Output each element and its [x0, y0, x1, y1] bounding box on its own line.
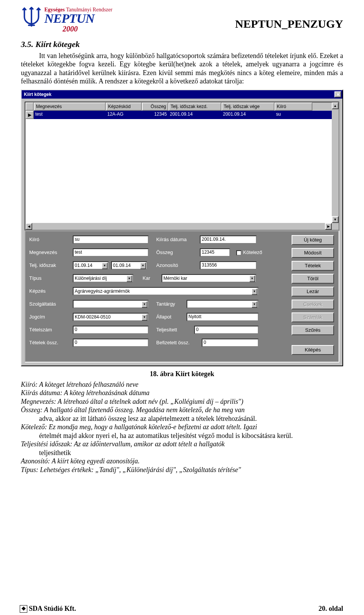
chevron-down-icon[interactable]: ▼: [251, 301, 257, 308]
col-kiiro[interactable]: Kiíró: [275, 102, 312, 111]
lbl-azonosito: Azonosító: [156, 262, 200, 268]
lezar-button[interactable]: Lezár: [292, 287, 334, 297]
col-kepzeskod[interactable]: Képzéskód: [106, 102, 142, 111]
field-szolgaltatas[interactable]: ▼: [73, 300, 149, 308]
data-grid[interactable]: Megnevezés Képzéskód Összeg Telj. idősza…: [25, 102, 339, 231]
tetelek-button[interactable]: Tételek: [292, 261, 334, 271]
def-azonosito: Azonosító: A kiírt köteg egyedi azonosít…: [21, 457, 343, 466]
figure-caption: 18. ábra Kiírt kötegek: [21, 370, 343, 378]
scroll-up-icon[interactable]: ▲: [332, 102, 339, 109]
cell-telj-kezd: 2001.09.14: [168, 111, 221, 119]
vertical-scrollbar[interactable]: ▲ ▼: [332, 102, 339, 223]
lbl-kiiras-datuma: Kiírás dátuma: [156, 237, 200, 242]
lbl-telj-idoszak: Telj. időszak: [29, 262, 73, 268]
field-tetelek-ossz[interactable]: 0: [73, 339, 149, 347]
lbl-megnevezes: Megnevezés: [29, 249, 73, 255]
lbl-tetelszam: Tételszám: [29, 327, 73, 333]
chevron-down-icon[interactable]: ▼: [249, 275, 255, 282]
def-kotelezo: Kötelező: Ez mondja meg, hogy a hallgató…: [21, 423, 343, 431]
cell-telj-vege: 2001.09.14: [221, 111, 275, 119]
chevron-down-icon[interactable]: ▼: [102, 262, 108, 269]
field-kar[interactable]: Mérnöki kar▼: [162, 274, 256, 282]
field-jogcim[interactable]: KDM-00284-0510▼: [73, 313, 149, 321]
col-osszeg[interactable]: Összeg: [142, 102, 168, 111]
field-tipus[interactable]: Különeljárási díj▼: [73, 274, 133, 282]
lbl-kotelezo: Kötelező: [243, 249, 262, 255]
field-kiiro[interactable]: su: [73, 235, 149, 244]
scroll-right-icon[interactable]: ▶: [325, 223, 332, 230]
def-osszeg-cont: adva, akkor az itt látható összeg lesz a…: [21, 414, 343, 423]
table-row[interactable]: ▶ test 12A-AG 12345 2001.09.14 2001.09.1…: [25, 111, 339, 119]
trident-icon: [21, 7, 42, 28]
uj-koteg-button[interactable]: Új köteg: [292, 235, 334, 245]
intro-paragraph: Itt van lehetőségünk arra, hogy különböz…: [21, 52, 343, 86]
def-kotelezo-cont: értelmét majd akkor nyeri el, ha az auto…: [21, 431, 343, 440]
scroll-corner: [332, 223, 339, 230]
def-megnevezes: Megnevezés: A létrehozó által a tételnek…: [21, 397, 343, 406]
lbl-befizetett: Befizetett össz.: [156, 340, 202, 345]
footer-page: 20. oldal: [318, 605, 343, 613]
doc-title: NEPTUN_PENZUGY: [235, 17, 343, 30]
field-azonosito[interactable]: 313556: [200, 261, 257, 270]
logo-year: 2000: [63, 25, 112, 33]
lbl-tantargy: Tantárgy: [156, 301, 187, 307]
csekkek-button: Csekkek: [292, 300, 334, 309]
titlebar[interactable]: Kiírt kötegek ✕: [22, 90, 342, 99]
doc-header: Egységes Tanulmányi Rendszer NEPTUN 2000…: [21, 7, 343, 33]
cell-kepzeskod: 12A-AG: [106, 111, 142, 119]
field-kiiras-datuma[interactable]: 2001.09.14.: [200, 235, 257, 244]
cell-osszeg: 12345: [142, 111, 168, 119]
field-befizetett[interactable]: 0: [202, 339, 259, 347]
lbl-allapot: Állapot: [156, 314, 187, 320]
chevron-down-icon[interactable]: ▼: [126, 275, 132, 282]
lbl-jogcim: Jogcím: [29, 314, 73, 320]
cell-kiiro: su: [275, 111, 312, 119]
field-osszeg[interactable]: 12345: [200, 248, 230, 257]
logo-name: NEPTUN: [44, 13, 112, 25]
field-teljesitett[interactable]: 0: [194, 326, 259, 334]
modosit-button[interactable]: Módosít: [292, 248, 334, 258]
lbl-osszeg: Összeg: [156, 249, 200, 255]
scroll-left-icon[interactable]: ◀: [25, 223, 32, 230]
field-tantargy[interactable]: ▼: [187, 300, 259, 308]
col-telj-vege[interactable]: Telj. időszak vége: [221, 102, 275, 111]
close-button[interactable]: ✕: [334, 91, 341, 97]
horizontal-scrollbar[interactable]: ◀ ▶: [25, 223, 332, 230]
def-kiiras-datuma: Kiírás dátuma: A köteg létrehozásának dá…: [21, 389, 343, 397]
kilepes-button[interactable]: Kilépés: [292, 345, 334, 355]
lbl-kiiro: Kiíró: [29, 237, 73, 242]
chevron-down-icon[interactable]: ▼: [140, 262, 146, 269]
footer-company: SDA Stúdió Kft.: [29, 605, 76, 613]
field-allapot[interactable]: Nyitott: [187, 313, 259, 321]
chevron-down-icon[interactable]: ▼: [141, 314, 147, 321]
lbl-tetelek-ossz: Tételek össz.: [29, 340, 73, 345]
checkbox-kotelezo[interactable]: [236, 250, 242, 256]
lbl-teljesitett: Teljesített: [156, 327, 194, 333]
field-telj-to[interactable]: 01.09.14▼: [111, 261, 147, 270]
szures-button[interactable]: Szűrés: [292, 325, 334, 335]
lbl-kar: Kar: [143, 275, 162, 281]
def-tipus: Típus: Lehetséges értékek: „Tandíj", „Kü…: [21, 466, 343, 474]
field-telj-from[interactable]: 01.09.14▼: [73, 261, 109, 270]
torol-button[interactable]: Töröl: [292, 274, 334, 284]
col-megnevezes[interactable]: Megnevezés: [34, 102, 106, 111]
def-osszeg: Összeg: A hallgató által fizetendő össze…: [21, 406, 343, 414]
def-kiiro: Kiíró: A köteget létrehozó felhasználó n…: [21, 380, 343, 389]
scroll-down-icon[interactable]: ▼: [332, 216, 339, 223]
def-telj-idoszak-cont: teljesíthetik: [21, 449, 343, 457]
col-telj-kezd[interactable]: Telj. időszak kezd.: [168, 102, 221, 111]
lbl-tipus: Típus: [29, 275, 73, 281]
field-megnevezes[interactable]: test: [73, 248, 149, 257]
logo: Egységes Tanulmányi Rendszer NEPTUN 2000: [21, 7, 112, 33]
page-footer: ❖SDA Stúdió Kft. 20. oldal: [20, 605, 343, 613]
szamlak-button: Számlák: [292, 312, 334, 322]
chevron-down-icon[interactable]: ▼: [141, 301, 147, 308]
footer-icon: ❖: [20, 605, 27, 613]
chevron-down-icon[interactable]: ▼: [251, 288, 257, 295]
field-tetelszam[interactable]: 0: [73, 326, 149, 334]
table-header: Megnevezés Képzéskód Összeg Telj. idősza…: [25, 102, 339, 111]
field-kepzes[interactable]: Agrárvegyész-agrármérnök▼: [73, 287, 259, 295]
lbl-szolgaltatas: Szolgáltatás: [29, 301, 73, 307]
dialog-title: Kiírt kötegek: [23, 92, 52, 97]
cell-megnevezes: test: [34, 111, 106, 119]
